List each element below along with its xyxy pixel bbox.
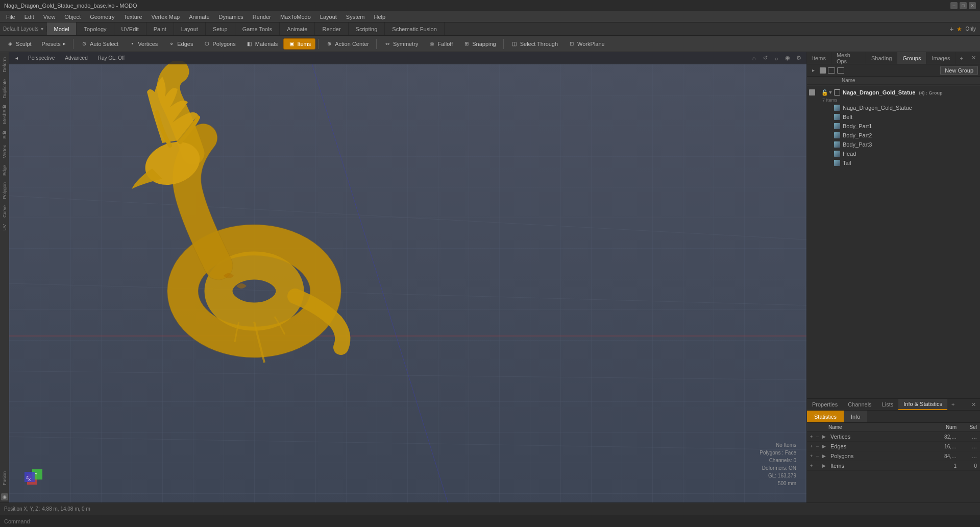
maximize-button[interactable]: □ [960,2,967,9]
sidebar-item-duplicate[interactable]: Duplicate [1,76,8,102]
scene-tree[interactable]: 🔓 ▼ Naga_Dragon_Gold_Statue (4) : Group … [807,86,980,398]
item-expand-7[interactable]: ▶ [827,160,834,165]
layout-preset[interactable]: Default Layouts [3,26,39,32]
stats-row-vertices[interactable]: + – ▶ Vertices 82,… … [807,432,980,442]
menu-dynamics[interactable]: Dynamics [215,13,248,21]
stats-row-edges[interactable]: + – ▶ Edges 16,… … [807,442,980,451]
sidebar-item-uv[interactable]: UV [1,221,8,234]
viewport-refresh-icon[interactable]: ↺ [761,54,770,63]
stats-arrow-vertices[interactable]: ▶ [822,434,828,439]
vertices-button[interactable]: • Vertices [124,38,162,50]
bp-tab-add[interactable]: + [947,401,959,408]
menu-geometry[interactable]: Geometry [86,13,118,21]
menu-help[interactable]: Help [370,13,390,21]
menu-file[interactable]: File [2,13,19,21]
sidebar-item-edge[interactable]: Edge [1,162,8,179]
menu-layout[interactable]: Layout [316,13,341,21]
tree-item-head[interactable]: ▶ Head [807,149,980,158]
tree-item-belt[interactable]: ▶ Belt [807,112,980,122]
rp-tab-add[interactable]: + [956,55,967,61]
rp-tab-groups[interactable]: Groups [897,52,926,64]
rp-tool-3[interactable] [828,67,835,74]
rp-tool-1[interactable]: ▸ [809,66,818,74]
group-vis-icon[interactable] [809,89,815,95]
select-through-button[interactable]: ◫ Select Through [506,38,562,50]
stats-expand-vertices[interactable]: + [810,434,816,439]
tab-game-tools[interactable]: Game Tools [235,22,280,35]
sidebar-item-polygon[interactable]: Polygon [1,179,8,202]
menu-texture[interactable]: Texture [119,13,146,21]
menu-view[interactable]: View [39,13,60,21]
stats-tab-info[interactable]: Info [844,411,867,422]
tab-model[interactable]: Model [47,22,77,35]
menu-animate[interactable]: Animate [185,13,213,21]
stats-expand-edges[interactable]: + [810,444,816,449]
stats-arrow-items[interactable]: ▶ [822,463,828,468]
symmetry-button[interactable]: ⇔ Symmetry [379,38,423,50]
rp-tool-4[interactable] [837,67,844,74]
tree-item-body-part1[interactable]: ▶ Body_Part1 [807,122,980,131]
menu-vertex-map[interactable]: Vertex Map [148,13,184,21]
sidebar-item-vertex[interactable]: Vertex [1,142,8,161]
item-expand-2[interactable]: ▶ [827,114,834,119]
presets-button[interactable]: Presets ▸ [37,38,70,49]
item-expand-5[interactable]: ▶ [827,142,834,147]
rp-tab-images[interactable]: Images [926,52,955,64]
tab-setup[interactable]: Setup [206,22,235,35]
bp-tab-channels[interactable]: Channels [843,399,876,410]
snapping-button[interactable]: ⊞ Snapping [458,38,501,50]
cmd-input[interactable] [4,518,976,524]
close-button[interactable]: ✕ [969,2,976,9]
stats-expand-items[interactable]: + [810,463,816,468]
tree-group-naga[interactable]: 🔓 ▼ Naga_Dragon_Gold_Statue (4) : Group [807,88,980,97]
tab-uvedit[interactable]: UVEdit [114,22,146,35]
viewport-perspective[interactable]: Perspective [25,54,58,62]
viewport-settings-icon[interactable]: ⚙ [794,54,803,63]
materials-button[interactable]: ◧ Materials [241,38,283,50]
bp-tab-lists[interactable]: Lists [877,399,899,410]
items-button[interactable]: ▣ Items [283,38,315,50]
sidebar-expand-button[interactable]: ◉ [1,493,8,500]
bp-close[interactable]: ✕ [967,401,980,408]
sidebar-item-edit[interactable]: Edit [1,128,8,142]
menu-maxtoModo[interactable]: MaxToModo [276,13,315,21]
bp-tab-properties[interactable]: Properties [807,399,843,410]
menu-system[interactable]: System [342,13,369,21]
bp-tab-info-stats[interactable]: Info & Statistics [898,399,947,410]
tab-add-icon[interactable]: + [949,25,953,33]
tree-item-tail[interactable]: ▶ Tail [807,158,980,167]
rp-tab-mesh-ops[interactable]: Mesh Ops [831,52,866,64]
tab-paint[interactable]: Paint [146,22,174,35]
viewport-advanced[interactable]: Advanced [62,54,90,62]
tab-schematic-fusion[interactable]: Schematic Fusion [385,22,444,35]
workplane-button[interactable]: ⊡ WorkPlane [564,38,609,50]
viewport[interactable]: ◂ Perspective Advanced Ray GL: Off ⌂ ↺ ⌕… [9,52,806,502]
stats-expand-polygons[interactable]: + [810,453,816,459]
menu-object[interactable]: Object [60,13,85,21]
polygons-button[interactable]: ⬡ Polygons [199,38,240,50]
action-center-button[interactable]: ⊕ Action Center [321,38,374,50]
new-group-button[interactable]: New Group [940,66,978,75]
rp-tab-shading[interactable]: Shading [866,52,897,64]
item-expand-4[interactable]: ▶ [827,133,834,138]
minimize-button[interactable]: – [950,2,958,9]
viewport-zoom-icon[interactable]: ⌕ [772,54,781,63]
sidebar-item-curve[interactable]: Curve [1,202,8,221]
item-expand-6[interactable]: ▶ [827,151,834,156]
menu-edit[interactable]: Edit [20,13,38,21]
tab-scripting[interactable]: Scripting [349,22,385,35]
rp-tab-items[interactable]: Items [807,52,831,64]
stats-arrow-edges[interactable]: ▶ [822,444,828,449]
sidebar-item-fusion[interactable]: Fusion [1,468,8,488]
stats-row-items[interactable]: + – ▶ Items 1 0 [807,461,980,471]
tab-render[interactable]: Render [315,22,348,35]
viewport-canvas[interactable]: X Y Z No Items Polygons : Face Channels:… [9,64,806,502]
stats-arrow-polygons[interactable]: ▶ [822,453,828,459]
tab-topology[interactable]: Topology [77,22,114,35]
tree-item-body-part3[interactable]: ▶ Body_Part3 [807,140,980,149]
layout-dropdown-icon[interactable]: ▾ [41,26,43,32]
rp-tool-2[interactable] [820,67,826,74]
falloff-button[interactable]: ◎ Falloff [424,38,457,50]
sidebar-item-meshedit[interactable]: MeshEdit [1,102,8,127]
tab-layout[interactable]: Layout [174,22,206,35]
